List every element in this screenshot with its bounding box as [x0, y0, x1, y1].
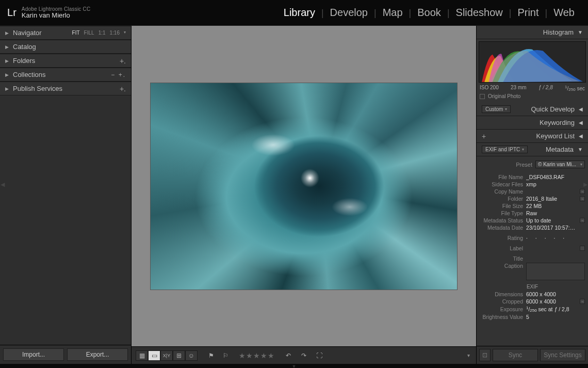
face-detect-button[interactable]: ⛶: [313, 350, 325, 361]
histogram-aperture: ƒ / 2,8: [538, 85, 553, 92]
metadata-value[interactable]: Up to date: [526, 217, 577, 223]
panel-histogram[interactable]: Histogram ▼: [477, 26, 588, 39]
add-publish-service-button[interactable]: +.: [120, 85, 126, 93]
histogram-graph[interactable]: [479, 41, 586, 83]
add-keyword-button[interactable]: +: [482, 132, 486, 140]
panel-keywording[interactable]: Keywording ◀: [477, 116, 588, 130]
exif-value: 6000 x 4000: [526, 298, 577, 305]
preset-value-select[interactable]: © Karin van Mi...▾: [535, 161, 585, 168]
module-print[interactable]: Print: [511, 7, 545, 19]
metadata-preset-select[interactable]: EXIF and IPTC▾: [482, 146, 528, 153]
nav-size-1-16[interactable]: 1:16: [110, 30, 120, 36]
left-panel: ▶ Navigator FIT FILL 1:1 1:16 ▾ ▶ Catalo…: [0, 26, 132, 364]
metadata-row: Sidecar Filesxmp: [480, 181, 585, 188]
original-photo-label: Original Photo: [488, 93, 520, 99]
rotate-cw-button[interactable]: ↷: [298, 350, 310, 361]
histogram-focal: 23 mm: [511, 85, 527, 92]
chevron-down-icon[interactable]: ▾: [124, 30, 126, 36]
loupe-view-button[interactable]: ▭: [148, 350, 160, 361]
disclosure-icon: ▶: [5, 30, 9, 36]
disclosure-icon: ▶: [5, 44, 9, 50]
disclosure-icon: ◀: [579, 106, 583, 112]
panel-label: Collections: [13, 71, 46, 78]
metadata-row: File TypeRaw: [480, 210, 585, 217]
metadata-value[interactable]: 23/10/2017 10:57:14: [526, 225, 576, 231]
metadata-action[interactable]: →: [580, 189, 585, 194]
original-photo-checkbox[interactable]: [480, 94, 485, 99]
add-collection-button[interactable]: +.: [119, 71, 126, 78]
people-view-button[interactable]: ☺: [185, 350, 198, 361]
label-action[interactable]: [580, 246, 585, 251]
sync-toggle-button[interactable]: ⊡: [479, 349, 491, 361]
disclosure-icon: ◀: [579, 133, 583, 139]
metadata-value[interactable]: 22 MB: [526, 203, 576, 209]
panel-metadata[interactable]: EXIF and IPTC▾ Metadata ▼: [477, 143, 588, 156]
nav-size-fit[interactable]: FIT: [72, 30, 80, 36]
module-library[interactable]: Library: [277, 7, 321, 19]
remove-collection-button[interactable]: −: [111, 71, 116, 78]
metadata-value[interactable]: xmp: [526, 181, 576, 187]
nav-size-fill[interactable]: FILL: [84, 30, 94, 36]
disclosure-icon: ▼: [578, 147, 583, 152]
panel-label: Folders: [13, 57, 35, 65]
exif-value: 1/250 sec at ƒ / 2,8: [526, 306, 576, 313]
center-area: ▦ ▭ X|Y ⊞ ☺ ⚑ ⚐ ★★★★★ ↶ ↷ ⛶ ▾: [132, 26, 476, 364]
metadata-row: Metadata StatusUp to date→: [480, 217, 585, 224]
exif-action[interactable]: →: [580, 299, 585, 304]
metadata-action[interactable]: →: [580, 218, 585, 223]
preset-label: Preset: [516, 162, 532, 168]
left-panel-toggle[interactable]: ◀: [1, 181, 5, 187]
grid-view-button[interactable]: ▦: [136, 350, 148, 361]
rating-stars[interactable]: ★★★★★: [239, 351, 275, 360]
module-book[interactable]: Book: [411, 7, 447, 19]
panel-folders[interactable]: ▶ Folders +.: [0, 54, 131, 68]
disclosure-icon: ▼: [578, 29, 583, 35]
panel-publish-services[interactable]: ▶ Publish Services +.: [0, 82, 131, 95]
exif-value: 5: [526, 314, 576, 320]
import-button[interactable]: Import...: [3, 348, 64, 361]
panel-label: Catalog: [13, 43, 36, 51]
exif-value: 6000 x 4000: [526, 291, 576, 297]
survey-view-button[interactable]: ⊞: [173, 350, 185, 361]
right-panel-toggle[interactable]: ▶: [583, 181, 587, 187]
compare-view-button[interactable]: X|Y: [160, 350, 173, 361]
sync-settings-button[interactable]: Sync Settings: [540, 349, 585, 361]
module-develop[interactable]: Develop: [324, 7, 374, 19]
panel-collections[interactable]: ▶ Collections − +.: [0, 68, 131, 82]
right-panel: Histogram ▼ ISO 200: [476, 26, 588, 364]
module-picker: Library | Develop | Map | Book | Slidesh…: [277, 7, 581, 19]
panel-label: Publish Services: [13, 85, 62, 92]
panel-navigator[interactable]: ▶ Navigator FIT FILL 1:1 1:16 ▾: [0, 26, 131, 40]
metadata-value[interactable]: _DSF0483.RAF: [526, 174, 576, 180]
panel-catalog[interactable]: ▶ Catalog: [0, 40, 131, 54]
flag-pick-button[interactable]: ⚑: [205, 350, 217, 361]
photo-preview[interactable]: [151, 83, 457, 290]
metadata-value[interactable]: 2016_8 Italie: [526, 196, 577, 202]
sync-button[interactable]: Sync: [493, 349, 538, 361]
rotate-ccw-button[interactable]: ↶: [282, 350, 295, 361]
metadata-row: File Name_DSF0483.RAF: [480, 173, 585, 181]
metadata-row: Metadata Date23/10/2017 10:57:14: [480, 224, 585, 231]
add-folder-button[interactable]: +.: [120, 57, 126, 65]
rating-dots[interactable]: · · · · ·: [526, 235, 585, 241]
toolbar-options-button[interactable]: ▾: [467, 353, 470, 358]
nav-size-1-1[interactable]: 1:1: [99, 30, 106, 36]
histogram-iso: ISO 200: [480, 85, 499, 92]
caption-field[interactable]: [526, 263, 585, 280]
metadata-value[interactable]: Raw: [526, 210, 576, 216]
disclosure-icon: ▶: [5, 72, 9, 77]
image-viewer[interactable]: [132, 26, 476, 346]
exif-row: Cropped6000 x 4000→: [480, 298, 585, 305]
export-button[interactable]: Export...: [67, 348, 128, 361]
metadata-row: File Size22 MB: [480, 202, 585, 210]
module-slideshow[interactable]: Slideshow: [450, 7, 509, 19]
quick-develop-preset[interactable]: Custom▾: [482, 105, 511, 113]
panel-label: Navigator: [13, 29, 42, 37]
panel-keyword-list[interactable]: + Keyword List ◀: [477, 130, 588, 143]
filmstrip-toggle[interactable]: ▼: [0, 364, 588, 368]
panel-quick-develop[interactable]: Custom▾ Quick Develop ◀: [477, 103, 588, 116]
module-web[interactable]: Web: [547, 7, 581, 19]
flag-reject-button[interactable]: ⚐: [219, 350, 232, 361]
metadata-action[interactable]: →: [580, 196, 585, 201]
module-map[interactable]: Map: [377, 7, 409, 19]
